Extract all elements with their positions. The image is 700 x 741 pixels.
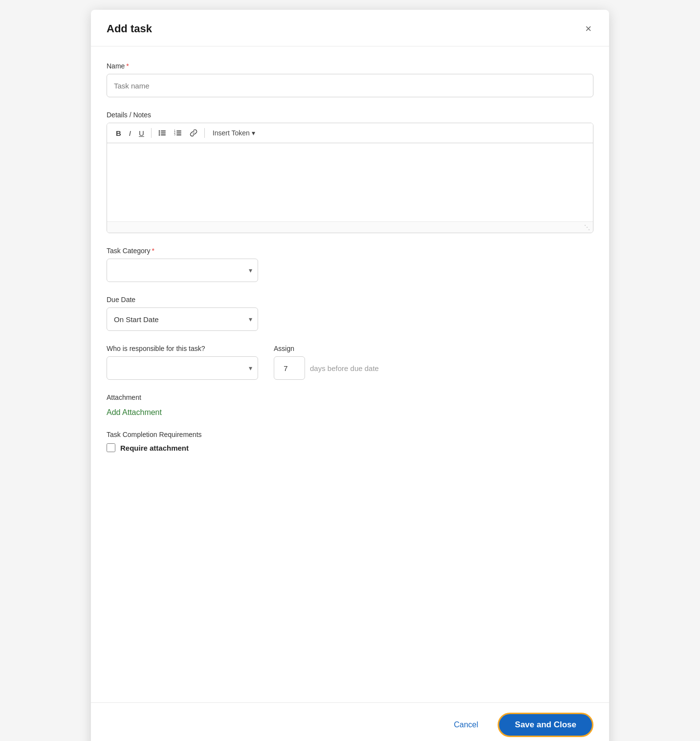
task-completion-label: Task Completion Requirements bbox=[107, 431, 593, 438]
link-button[interactable] bbox=[187, 127, 200, 139]
responsible-assign-group: Who is responsible for this task? ▾ Assi… bbox=[107, 345, 593, 380]
insert-token-chevron-icon: ▾ bbox=[252, 129, 255, 137]
bullet-list-button[interactable] bbox=[155, 127, 169, 139]
require-attachment-checkbox[interactable] bbox=[107, 443, 115, 452]
require-attachment-label[interactable]: Require attachment bbox=[120, 444, 189, 452]
svg-rect-1 bbox=[161, 131, 166, 131]
task-name-input[interactable] bbox=[107, 74, 593, 97]
name-field-group: Name * bbox=[107, 62, 593, 97]
numbered-list-icon: 1 2 3 bbox=[174, 129, 182, 137]
cancel-button[interactable]: Cancel bbox=[446, 717, 486, 733]
svg-rect-9 bbox=[176, 132, 181, 133]
due-date-select-wrapper: On Start Date Custom ▾ bbox=[107, 307, 258, 331]
responsible-select-wrapper: ▾ bbox=[107, 356, 258, 380]
assign-input-row: days before due date bbox=[274, 356, 593, 380]
modal-header: Add task × bbox=[91, 10, 609, 46]
checkbox-row: Require attachment bbox=[107, 443, 593, 452]
details-field-group: Details / Notes B I U bbox=[107, 111, 593, 233]
responsible-col: Who is responsible for this task? ▾ bbox=[107, 345, 258, 380]
task-completion-section: Task Completion Requirements Require att… bbox=[107, 431, 593, 452]
svg-point-0 bbox=[158, 131, 160, 132]
svg-point-4 bbox=[158, 134, 160, 136]
svg-rect-5 bbox=[161, 134, 166, 135]
bold-button[interactable]: B bbox=[113, 128, 124, 139]
assign-days-text: days before due date bbox=[310, 364, 379, 372]
responsible-label: Who is responsible for this task? bbox=[107, 345, 258, 352]
editor-content[interactable] bbox=[107, 143, 593, 221]
underline-button[interactable]: U bbox=[136, 128, 147, 139]
name-label: Name * bbox=[107, 62, 593, 70]
insert-token-button[interactable]: Insert Token ▾ bbox=[209, 127, 259, 139]
responsible-select[interactable] bbox=[107, 356, 258, 380]
modal-body: Name * Details / Notes B I U bbox=[91, 46, 609, 702]
assign-col: Assign days before due date bbox=[274, 345, 593, 380]
modal-title: Add task bbox=[107, 22, 152, 35]
responsible-row: Who is responsible for this task? ▾ Assi… bbox=[107, 345, 593, 380]
attachment-label: Attachment bbox=[107, 393, 593, 401]
resize-icon: ⋱ bbox=[584, 224, 590, 231]
rich-text-editor: B I U bbox=[107, 123, 593, 233]
modal-footer: Cancel Save and Close bbox=[91, 702, 609, 741]
svg-rect-11 bbox=[176, 134, 181, 135]
svg-rect-7 bbox=[176, 131, 181, 131]
toolbar-divider-1 bbox=[151, 128, 152, 138]
details-label: Details / Notes bbox=[107, 111, 593, 119]
italic-button[interactable]: I bbox=[126, 128, 134, 139]
due-date-group: Due Date On Start Date Custom ▾ bbox=[107, 296, 593, 331]
add-task-modal: Add task × Name * Details / Notes B I U bbox=[91, 10, 609, 741]
insert-token-label: Insert Token bbox=[213, 129, 250, 137]
assign-days-input[interactable] bbox=[274, 356, 305, 380]
due-date-select[interactable]: On Start Date Custom bbox=[107, 307, 258, 331]
task-category-label: Task Category * bbox=[107, 247, 593, 255]
task-category-group: Task Category * ▾ bbox=[107, 247, 593, 282]
svg-point-2 bbox=[158, 132, 160, 134]
toolbar-divider-2 bbox=[204, 128, 205, 138]
svg-rect-3 bbox=[161, 132, 166, 133]
add-attachment-link[interactable]: Add Attachment bbox=[107, 408, 162, 417]
editor-toolbar: B I U bbox=[107, 123, 593, 143]
name-required-star: * bbox=[126, 62, 129, 70]
due-date-label: Due Date bbox=[107, 296, 593, 304]
svg-text:3: 3 bbox=[174, 133, 175, 136]
editor-resize-handle: ⋱ bbox=[107, 221, 593, 233]
bullet-list-icon bbox=[158, 129, 166, 137]
task-category-select[interactable] bbox=[107, 259, 258, 282]
save-close-button[interactable]: Save and Close bbox=[498, 713, 593, 737]
task-category-required-star: * bbox=[152, 247, 154, 255]
attachment-section: Attachment Add Attachment bbox=[107, 393, 593, 417]
close-button[interactable]: × bbox=[583, 22, 593, 36]
link-icon bbox=[190, 129, 197, 137]
numbered-list-button[interactable]: 1 2 3 bbox=[171, 127, 185, 139]
assign-label: Assign bbox=[274, 345, 593, 352]
task-category-select-wrapper: ▾ bbox=[107, 259, 258, 282]
